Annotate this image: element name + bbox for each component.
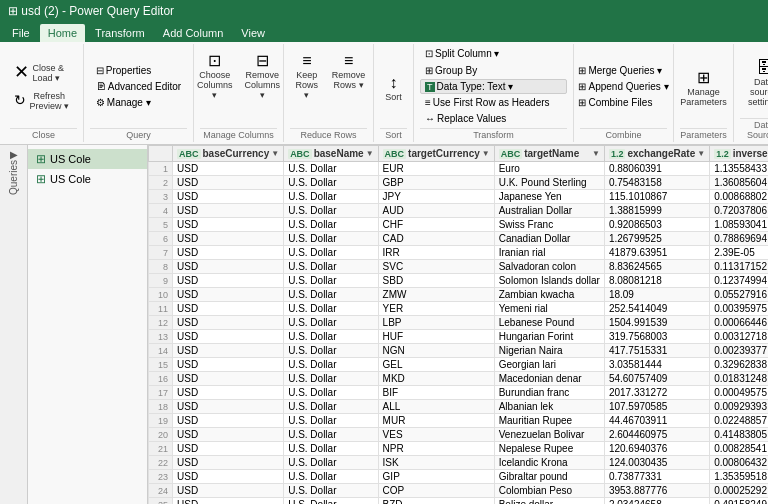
cell-baseCurrency: USD	[173, 260, 284, 274]
table-row: 17USDU.S. DollarBIFBurundian franc2017.3…	[149, 386, 769, 400]
col-header-targetCurrency[interactable]: ABC targetCurrency ▼	[378, 146, 494, 162]
cell-targetName: Salvadoran colon	[494, 260, 604, 274]
data-type-button[interactable]: T Data Type: Text ▾	[420, 79, 567, 94]
cell-inverseRate: 0.00239377	[710, 344, 768, 358]
cell-targetCurrency: BIF	[378, 386, 494, 400]
col-header-baseCurrency[interactable]: ABC baseCurrency ▼	[173, 146, 284, 162]
data-grid-container: ABC baseCurrency ▼ ABC baseName ▼ ABC ta…	[148, 145, 768, 504]
cell-exchangeRate: 8.08081218	[604, 274, 709, 288]
table-row: 2USDU.S. DollarGBPU.K. Pound Sterling0.7…	[149, 176, 769, 190]
remove-rows-button[interactable]: ≡ RemoveRows ▾	[328, 50, 369, 93]
ribbon: File Home Transform Add Column View	[0, 22, 768, 42]
col-header-inverseRate[interactable]: 1.2 inverseRate ▼	[710, 146, 768, 162]
cell-baseName: U.S. Dollar	[284, 414, 378, 428]
split-column-button[interactable]: ⊡Split Column ▾	[420, 46, 504, 61]
cell-inverseRate: 0.11317152	[710, 260, 768, 274]
tab-home[interactable]: Home	[40, 24, 85, 42]
cell-exchangeRate: 107.5970585	[604, 400, 709, 414]
cell-inverseRate: 0.00049575	[710, 386, 768, 400]
col-filter-targetName[interactable]: ▼	[592, 149, 600, 158]
col-type-icon-baseName: ABC	[288, 149, 312, 159]
manage-button[interactable]: ⚙Manage ▾	[91, 95, 186, 110]
cell-exchangeRate: 54.60757409	[604, 372, 709, 386]
cell-baseCurrency: USD	[173, 162, 284, 176]
cell-targetCurrency: ZMW	[378, 288, 494, 302]
row-number: 20	[149, 428, 173, 442]
remove-columns-button[interactable]: ⊟ RemoveColumns ▾	[240, 50, 286, 103]
data-source-settings-button[interactable]: 🗄 Data sourcesettings	[740, 57, 768, 110]
use-first-row-button[interactable]: ≡Use First Row as Headers	[420, 95, 567, 110]
col-filter-exchangeRate[interactable]: ▼	[697, 149, 705, 158]
table-row: 16USDU.S. DollarMKDMacedonian denar54.60…	[149, 372, 769, 386]
advanced-editor-button[interactable]: 🖹Advanced Editor	[91, 79, 186, 94]
cell-targetName: Icelandic Krona	[494, 456, 604, 470]
cell-targetName: Lebanese Pound	[494, 316, 604, 330]
cell-targetCurrency: BZD	[378, 498, 494, 505]
row-number: 10	[149, 288, 173, 302]
col-label-targetName: targetName	[524, 148, 579, 159]
tab-transform[interactable]: Transform	[87, 24, 153, 42]
cell-inverseRate: 0.00929393	[710, 400, 768, 414]
table-row: 24USDU.S. DollarCOPColombian Peso3953.88…	[149, 484, 769, 498]
sort-button[interactable]: ↕ Sort	[376, 72, 412, 105]
tab-add-column[interactable]: Add Column	[155, 24, 232, 42]
combine-files-button[interactable]: ⊞Combine Files	[573, 95, 673, 110]
refresh-preview-button[interactable]: ↻ RefreshPreview ▾	[9, 87, 79, 114]
cell-targetName: Macedonian denar	[494, 372, 604, 386]
ribbon-content: ✕ Close &Load ▾ ↻ RefreshPreview ▾ Close…	[0, 42, 768, 145]
table-row: 13USDU.S. DollarHUFHungarian Forint319.7…	[149, 330, 769, 344]
cell-baseName: U.S. Dollar	[284, 330, 378, 344]
col-filter-baseCurrency[interactable]: ▼	[271, 149, 279, 158]
cell-exchangeRate: 0.75483158	[604, 176, 709, 190]
queries-toggle-panel[interactable]: ▶ Queries	[0, 145, 28, 504]
col-header-baseName[interactable]: ABC baseName ▼	[284, 146, 378, 162]
cell-targetCurrency: GBP	[378, 176, 494, 190]
keep-rows-button[interactable]: ≡ KeepRows ▾	[288, 50, 326, 103]
cell-baseName: U.S. Dollar	[284, 456, 378, 470]
table-row: 3USDU.S. DollarJPYJapanese Yen115.101086…	[149, 190, 769, 204]
col-header-targetName[interactable]: ABC targetName ▼	[494, 146, 604, 162]
col-type-icon-baseCurrency: ABC	[177, 149, 201, 159]
group-by-button[interactable]: ⊞Group By	[420, 63, 482, 78]
query-label: US Cole	[50, 173, 91, 185]
cell-targetName: Yemeni rial	[494, 302, 604, 316]
cell-targetName: Gibraltar pound	[494, 470, 604, 484]
cell-targetCurrency: SBD	[378, 274, 494, 288]
col-header-rownum	[149, 146, 173, 162]
cell-baseCurrency: USD	[173, 484, 284, 498]
append-queries-button[interactable]: ⊞Append Queries ▾	[573, 79, 673, 94]
col-filter-targetCurrency[interactable]: ▼	[482, 149, 490, 158]
row-number: 17	[149, 386, 173, 400]
tab-file[interactable]: File	[4, 24, 38, 42]
merge-queries-button[interactable]: ⊞Merge Queries ▾	[573, 63, 673, 78]
tab-view[interactable]: View	[233, 24, 273, 42]
cell-targetCurrency: CHF	[378, 218, 494, 232]
replace-values-button[interactable]: ↔Replace Values	[420, 111, 567, 126]
properties-button[interactable]: ⊟Properties	[91, 63, 186, 78]
cell-targetCurrency: MKD	[378, 372, 494, 386]
row-number: 3	[149, 190, 173, 204]
col-header-exchangeRate[interactable]: 1.2 exchangeRate ▼	[604, 146, 709, 162]
cell-baseCurrency: USD	[173, 316, 284, 330]
table-row: 6USDU.S. DollarCADCanadian Dollar1.26799…	[149, 232, 769, 246]
ribbon-group-query: ⊟Properties 🖹Advanced Editor ⚙Manage ▾ Q…	[84, 44, 194, 142]
close-load-button[interactable]: ✕ Close &Load ▾	[9, 59, 79, 86]
col-filter-baseName[interactable]: ▼	[366, 149, 374, 158]
queries-toggle-icon[interactable]: ▶	[10, 149, 18, 160]
manage-parameters-button[interactable]: ⊞ ManageParameters	[675, 67, 732, 110]
cell-targetName: Nigerian Naira	[494, 344, 604, 358]
choose-columns-button[interactable]: ⊡ ChooseColumns ▾	[192, 50, 238, 103]
table-row: 9USDU.S. DollarSBDSolomon Islands dollar…	[149, 274, 769, 288]
cell-baseName: U.S. Dollar	[284, 344, 378, 358]
query-item-usd2[interactable]: ⊞ US Cole	[28, 169, 147, 189]
ribbon-group-transform: ⊡Split Column ▾ ⊞Group By T Data Type: T…	[414, 44, 574, 142]
cell-exchangeRate: 0.88060391	[604, 162, 709, 176]
cell-exchangeRate: 18.09	[604, 288, 709, 302]
title-bar: ⊞ usd (2) - Power Query Editor	[0, 0, 768, 22]
row-number: 13	[149, 330, 173, 344]
query-item-usd[interactable]: ⊞ US Cole	[28, 149, 147, 169]
cell-baseName: U.S. Dollar	[284, 386, 378, 400]
cell-targetCurrency: VES	[378, 428, 494, 442]
ribbon-group-sort: ↕ Sort Sort	[374, 44, 414, 142]
cell-inverseRate: 1.13558433	[710, 162, 768, 176]
